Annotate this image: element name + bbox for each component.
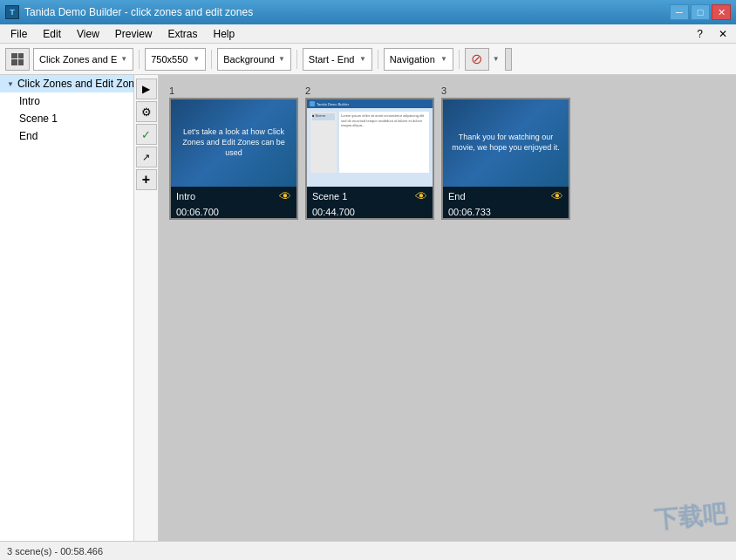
app-icon: T [5,5,19,19]
scenes-container: 1 Let's take a look at how Click Zones a… [167,84,572,222]
scene-thumb-1[interactable]: Let's take a look at how Click Zones and… [169,98,298,220]
project-sidebar: ▼ Click Zones and Edit Zone Intro Scene … [0,75,134,541]
grid-view-button[interactable] [5,48,30,71]
eye-icon-2[interactable]: 👁 [415,189,427,203]
collapse-triangle: ▼ [7,80,14,88]
close-button[interactable]: ✕ [712,4,731,20]
scene-wrapper-1: 1 Let's take a look at how Click Zones a… [169,85,298,220]
eye-icon-3[interactable]: 👁 [551,189,563,203]
sidebar-item-scene1[interactable]: Scene 1 [0,110,133,127]
menu-extras[interactable]: Extras [161,26,205,42]
nav-dropdown-arrow: ▼ [440,55,447,63]
menu-edit[interactable]: Edit [36,26,68,42]
add-button[interactable]: + [136,169,157,190]
scene-thumb-2[interactable]: Tanida Demo Builder ■ Scene [305,98,434,220]
menu-close-btn[interactable]: ✕ [713,26,733,42]
toolbar-sep-4 [378,50,378,69]
scene-footer-3: End 👁 [443,187,569,206]
scene-end-text: Thank you for watching our movie, we hop… [443,129,569,156]
toolbar-sep-3 [296,50,297,69]
scene-thumb-inner-1: Let's take a look at how Click Zones and… [171,99,296,187]
scene-wrapper-2: 2 Tanida Demo Builder ■ Scene [305,85,434,220]
scene-footer-2: Scene 1 👁 [307,187,433,206]
scene-name-3: End [448,191,466,201]
sidebar-item-intro[interactable]: Intro [0,92,133,110]
toolbar-sep-1 [139,50,140,69]
mini-icon [310,101,315,106]
no-entry-arrow: ▼ [493,55,500,63]
toolbar-handle[interactable] [505,48,512,71]
title-bar: T Tanida Demo Builder - click zones and … [0,0,736,24]
menu-help-area: ? ✕ [692,26,733,42]
menu-bar: File Edit View Preview Extras Help ? ✕ [0,24,736,44]
scene-wrapper-3: 3 Thank you for watching our movie, we h… [441,85,570,220]
mini-window-content: ■ Scene Lorem ipsum dolor sit amet conse… [307,108,433,176]
scene-name-1: Intro [176,191,195,201]
size-dropdown[interactable]: 750x550 ▼ [145,48,206,71]
menu-preview[interactable]: Preview [108,26,160,42]
toolbar-sep-5 [459,50,460,69]
scene-duration-1: 00:06.700 [171,206,296,218]
grid-icon [11,53,24,65]
share-button[interactable]: ↗ [136,147,157,167]
bg-dropdown[interactable]: Background ▼ [217,48,291,71]
nav-dropdown[interactable]: Navigation ▼ [384,48,453,71]
scene-number-3: 3 [441,85,570,96]
toolbar-sep-2 [211,50,212,69]
scene-intro-text: Let's take a look at how Click Zones and… [171,124,296,161]
sidebar-item-end[interactable]: End [0,127,133,145]
bg-dropdown-arrow: ▼ [278,55,285,63]
mode-dropdown-arrow: ▼ [120,55,127,63]
menu-view[interactable]: View [70,26,106,42]
action-bar: ▶ ⚙ ✓ ↗ + [134,75,159,541]
menu-file[interactable]: File [3,26,34,42]
range-dropdown-arrow: ▼ [359,55,366,63]
status-text: 3 scene(s) - 00:58.466 [7,546,103,557]
scene-duration-2: 00:44.700 [307,206,433,218]
no-entry-button[interactable]: ⊘ [465,48,489,71]
eye-icon-1[interactable]: 👁 [279,189,291,203]
toolbar: Click Zones and E ▼ 750x550 ▼ Background… [0,44,736,75]
scene-footer-1: Intro 👁 [171,187,296,206]
check-button[interactable]: ✓ [136,124,157,145]
minimize-button[interactable]: ─ [670,4,689,20]
scene-name-2: Scene 1 [312,191,347,201]
play-button[interactable]: ▶ [136,79,157,99]
scene-number-2: 2 [305,85,434,96]
help-question[interactable]: ? [692,26,708,42]
title-bar-left: T Tanida Demo Builder - click zones and … [5,5,253,19]
scene-thumb-3[interactable]: Thank you for watching our movie, we hop… [441,98,570,220]
window-title: Tanida Demo Builder - click zones and ed… [24,6,253,18]
menu-help[interactable]: Help [207,26,242,42]
window-controls: ─ □ ✕ [670,4,731,20]
size-dropdown-arrow: ▼ [193,55,200,63]
range-dropdown[interactable]: Start - End ▼ [303,48,372,71]
sidebar-item-root[interactable]: ▼ Click Zones and Edit Zone [0,75,133,92]
mini-window-bar: Tanida Demo Builder [307,99,433,108]
maximize-button[interactable]: □ [691,4,710,20]
scene-thumb-inner-2: Tanida Demo Builder ■ Scene [307,99,433,187]
mode-dropdown[interactable]: Click Zones and E ▼ [33,48,133,71]
mini-window: Tanida Demo Builder ■ Scene [307,99,433,187]
settings-button[interactable]: ⚙ [136,101,157,122]
scene-thumb-inner-3: Thank you for watching our movie, we hop… [443,99,569,187]
scene-number-1: 1 [169,85,298,96]
scene-duration-3: 00:06.733 [443,206,569,218]
canvas-area: 1 Let's take a look at how Click Zones a… [159,75,736,541]
main-area: ▼ Click Zones and Edit Zone Intro Scene … [0,75,736,541]
status-bar: 3 scene(s) - 00:58.466 [0,541,736,560]
